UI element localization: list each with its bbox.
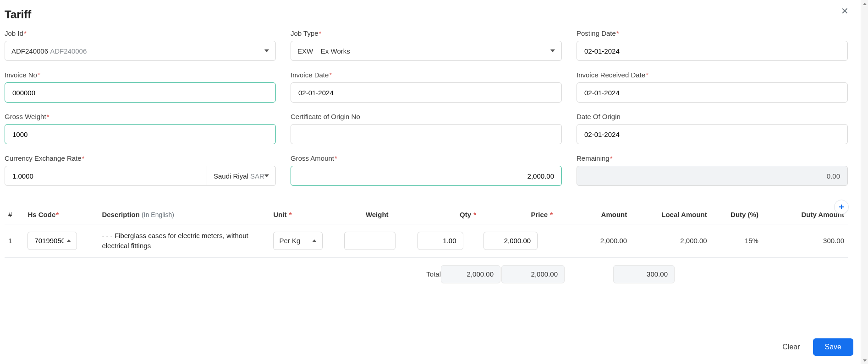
unit-value: Per Kg <box>279 237 300 244</box>
job-type-label: Job Type* <box>291 29 562 37</box>
price-input[interactable] <box>483 232 538 250</box>
total-duty-amount: 300.00 <box>613 265 675 283</box>
scroll-down-button[interactable] <box>862 357 867 364</box>
chevron-down-icon <box>550 49 555 52</box>
remaining-display <box>577 166 848 186</box>
unit-select[interactable]: Per Kg <box>273 232 323 250</box>
invoice-date-input[interactable] <box>291 82 562 103</box>
gross-weight-input[interactable] <box>5 124 276 144</box>
job-type-value: EXW – Ex Works <box>297 47 350 55</box>
qty-input[interactable] <box>418 232 463 250</box>
price-field[interactable] <box>489 236 532 245</box>
invoice-received-date-input[interactable] <box>577 82 848 103</box>
job-id-subvalue: ADF240006 <box>50 47 87 55</box>
gross-amount-input[interactable] <box>291 166 562 186</box>
date-of-origin-label: Date Of Origin <box>577 113 848 120</box>
cert-origin-no-label: Certificate of Origin No <box>291 113 562 120</box>
th-local-amount: Local Amount <box>631 207 711 224</box>
currency-rate-label: Currency Exchange Rate* <box>5 154 276 162</box>
posting-date-input[interactable] <box>577 41 848 61</box>
total-local-amount: 2,000.00 <box>501 265 565 283</box>
currency-rate-field[interactable] <box>11 172 200 180</box>
posting-date-field[interactable] <box>583 47 841 55</box>
cell-amount: 2,000.00 <box>556 224 631 258</box>
remaining-field <box>583 172 841 180</box>
th-weight: Weight <box>341 207 414 224</box>
job-id-select[interactable]: ADF240006 ADF240006 <box>5 41 276 61</box>
job-type-select[interactable]: EXW – Ex Works <box>291 41 562 61</box>
gross-weight-field[interactable] <box>11 130 269 139</box>
weight-input[interactable] <box>344 232 396 250</box>
add-row-button[interactable]: + <box>834 200 849 214</box>
th-hs-code: Hs Code* <box>24 207 98 224</box>
currency-code: SAR <box>250 172 264 180</box>
total-amount: 2,000.00 <box>441 265 500 283</box>
invoice-no-label: Invoice No* <box>5 71 276 79</box>
cell-duty-amount: 300.00 <box>762 224 848 258</box>
job-id-value: ADF240006 <box>11 47 48 55</box>
gross-amount-label: Gross Amount* <box>291 154 562 162</box>
hs-code-field[interactable] <box>33 236 65 245</box>
chevron-up-icon <box>863 3 867 5</box>
invoice-date-label: Invoice Date* <box>291 71 562 79</box>
th-description: Description (In English) <box>98 207 269 224</box>
chevron-up-icon <box>312 239 317 242</box>
clear-button[interactable]: Clear <box>780 342 802 352</box>
weight-field[interactable] <box>350 236 390 245</box>
remaining-label: Remaining* <box>577 154 848 162</box>
tariff-table: # Hs Code* Description (In English) Unit… <box>5 207 848 258</box>
date-of-origin-field[interactable] <box>583 130 841 139</box>
cell-index: 1 <box>5 224 24 258</box>
th-unit: Unit * <box>269 207 341 224</box>
cell-description: - - - Fiberglass cases for electric mete… <box>102 231 266 251</box>
chevron-down-icon <box>264 174 269 177</box>
invoice-no-field[interactable] <box>11 88 269 97</box>
invoice-received-date-label: Invoice Received Date* <box>577 71 848 79</box>
save-button[interactable]: Save <box>813 338 853 356</box>
chevron-down-icon <box>264 49 269 52</box>
qty-field[interactable] <box>423 236 457 245</box>
date-of-origin-input[interactable] <box>577 124 848 144</box>
posting-date-label: Posting Date* <box>577 29 848 37</box>
scroll-up-button[interactable] <box>862 0 867 7</box>
table-row: 1 - - - Fiberglass cases for electric me… <box>5 224 848 258</box>
currency-select[interactable]: Saudi Riyal SAR <box>207 166 276 186</box>
th-price: Price * <box>480 207 556 224</box>
currency-name: Saudi Riyal <box>214 172 248 180</box>
cell-duty-pct: 15% <box>711 224 762 258</box>
invoice-date-field[interactable] <box>297 88 555 97</box>
hs-code-select[interactable] <box>27 232 77 250</box>
cert-origin-no-field[interactable] <box>297 130 555 139</box>
th-qty: Qty * <box>414 207 480 224</box>
chevron-down-icon <box>863 359 867 362</box>
invoice-received-date-field[interactable] <box>583 88 841 97</box>
gross-weight-label: Gross Weight* <box>5 113 276 120</box>
cell-local-amount: 2,000.00 <box>631 224 711 258</box>
gross-amount-field[interactable] <box>297 172 555 180</box>
th-index: # <box>5 207 24 224</box>
th-duty-pct: Duty (%) <box>711 207 762 224</box>
currency-rate-input[interactable] <box>5 166 207 186</box>
cert-origin-no-input[interactable] <box>291 124 562 144</box>
page-title: Tariff <box>5 8 31 21</box>
chevron-up-icon <box>66 239 71 242</box>
total-label: Total <box>381 270 441 278</box>
vertical-scrollbar[interactable] <box>861 0 868 364</box>
th-amount: Amount <box>556 207 631 224</box>
plus-icon: + <box>839 202 844 212</box>
close-button[interactable]: ✕ <box>838 5 852 17</box>
invoice-no-input[interactable] <box>5 82 276 103</box>
job-id-label: Job Id* <box>5 29 276 37</box>
close-icon: ✕ <box>841 6 849 16</box>
